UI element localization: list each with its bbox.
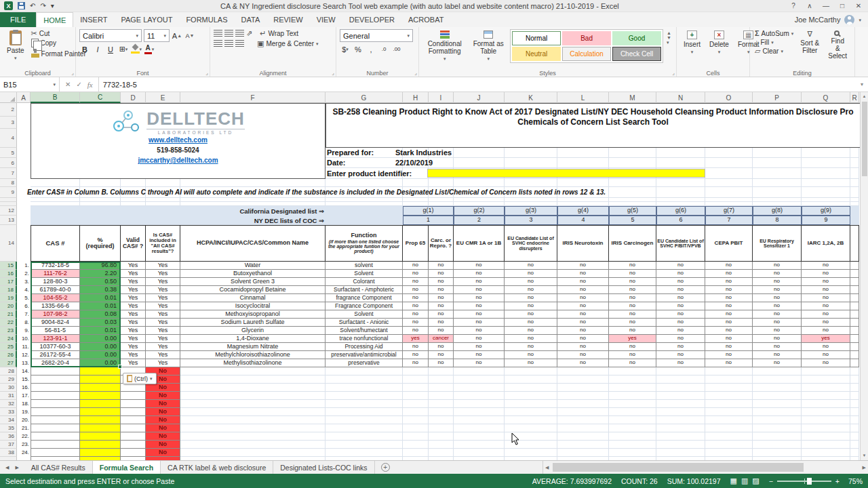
paste-options-button[interactable]: (Ctrl) ▾ — [123, 373, 157, 384]
cell-D32[interactable] — [121, 400, 146, 408]
cell-G17[interactable]: Colorant — [326, 278, 403, 286]
cell-L33[interactable] — [557, 408, 609, 416]
cell-Q18[interactable]: no — [802, 286, 850, 294]
cell-R37[interactable] — [850, 441, 859, 449]
cell-P25[interactable]: no — [753, 343, 802, 351]
cell-R33[interactable] — [850, 408, 859, 416]
cell-O5[interactable] — [705, 148, 753, 158]
cell-M17[interactable]: no — [609, 278, 656, 286]
cell-P29[interactable] — [753, 375, 802, 384]
cell-B21[interactable]: 107-98-2 — [31, 310, 80, 319]
cell-I25[interactable]: no — [429, 343, 454, 351]
find-select-button[interactable]: Find & Select — [825, 29, 850, 61]
cell-P33[interactable] — [753, 408, 802, 416]
cell-B37[interactable] — [31, 441, 80, 449]
cell-G8[interactable] — [326, 179, 403, 187]
horizontal-scroll-thumb[interactable] — [553, 463, 804, 472]
cell-O8[interactable] — [705, 179, 753, 187]
cell-L19[interactable]: no — [557, 294, 609, 302]
select-all-corner[interactable] — [0, 92, 17, 103]
cell-M33[interactable] — [609, 408, 656, 416]
cell-N34[interactable] — [656, 416, 705, 424]
cell-G27[interactable]: preservative — [326, 359, 403, 367]
cell-H37[interactable] — [403, 441, 429, 449]
cell-Q33[interactable] — [802, 408, 850, 416]
cell-Q25[interactable]: no — [802, 343, 850, 351]
minimize-button[interactable]: — — [818, 0, 834, 12]
cell-D26[interactable]: Yes — [121, 351, 146, 359]
cell-M6[interactable] — [609, 158, 656, 168]
cell-N37[interactable] — [656, 441, 705, 449]
cell-K22[interactable]: no — [505, 319, 557, 327]
cell-D8[interactable] — [121, 179, 146, 187]
cell-O32[interactable] — [705, 400, 753, 408]
zoom-level[interactable]: 75% — [844, 477, 863, 485]
fill-color-button[interactable]: ▾ — [131, 43, 142, 55]
cell-B16[interactable]: 111-76-2 — [31, 270, 80, 278]
cell-M16[interactable]: no — [609, 270, 656, 278]
cell-style-check-cell[interactable]: Check Cell — [612, 47, 661, 61]
cell-R21[interactable] — [850, 310, 859, 319]
header-flag-9[interactable]: EU Respiratory Sensitizer 1 — [753, 225, 802, 262]
cell-H16[interactable]: no — [403, 270, 429, 278]
cell-I34[interactable] — [429, 416, 454, 424]
cell-B34[interactable] — [31, 416, 80, 424]
cell-R19[interactable] — [850, 294, 859, 302]
insert-cells-button[interactable]: +Insert▾ — [680, 29, 704, 56]
cell-J16[interactable]: no — [454, 270, 505, 278]
cell-I33[interactable] — [429, 408, 454, 416]
row-header-7[interactable]: 7 — [0, 168, 17, 179]
name-box[interactable]: B15▾ — [0, 77, 60, 92]
column-header-M[interactable]: M — [609, 92, 656, 103]
cell-Q19[interactable]: no — [802, 294, 850, 302]
cell-D27[interactable]: Yes — [121, 359, 146, 367]
row-header-25[interactable]: 25 — [0, 343, 17, 351]
column-header-L[interactable]: L — [557, 92, 609, 103]
cell-F29[interactable] — [180, 375, 326, 384]
cell-M27[interactable]: no — [609, 359, 656, 367]
cell-H36[interactable] — [403, 432, 429, 441]
cell-J35[interactable] — [454, 424, 505, 432]
cancel-entry-icon[interactable]: ✕ — [65, 81, 71, 88]
cell-C18[interactable]: 0.38 — [80, 286, 121, 294]
cell-C38[interactable] — [80, 449, 121, 457]
cell-H23[interactable]: no — [403, 327, 429, 335]
cell-I31[interactable] — [429, 392, 454, 400]
cell-E31[interactable]: No — [146, 392, 180, 400]
next-sheet-icon[interactable]: ▶ — [15, 465, 18, 470]
cell-D38[interactable] — [121, 449, 146, 457]
cell-D16[interactable]: Yes — [121, 270, 146, 278]
cell-H8[interactable] — [403, 179, 429, 187]
cell-F38[interactable] — [180, 449, 326, 457]
cell-R22[interactable] — [850, 319, 859, 327]
cell-P38[interactable] — [753, 449, 802, 457]
header-flag-4[interactable]: EU Candidate List of SVHC endocrine disr… — [505, 225, 557, 262]
cell-D20[interactable]: Yes — [121, 302, 146, 310]
cell-M34[interactable] — [609, 416, 656, 424]
cell-Q30[interactable] — [802, 384, 850, 392]
cell-L37[interactable] — [557, 441, 609, 449]
page-break-view-icon[interactable]: ▨ — [752, 476, 759, 485]
header-flag-3[interactable]: EU CMR 1A or 1B — [454, 225, 505, 262]
excel-app-icon[interactable]: X — [4, 1, 13, 10]
cell-P36[interactable] — [753, 432, 802, 441]
cell-H19[interactable]: no — [403, 294, 429, 302]
cell-I36[interactable] — [429, 432, 454, 441]
cell-J32[interactable] — [454, 400, 505, 408]
cell-I17[interactable]: no — [429, 278, 454, 286]
cell-C28[interactable] — [80, 367, 121, 375]
cell-F24[interactable]: 1,4-Dioxane — [180, 335, 326, 343]
cell-O23[interactable]: no — [705, 327, 753, 335]
cell-R36[interactable] — [850, 432, 859, 441]
cell-L38[interactable] — [557, 449, 609, 457]
cell-N25[interactable]: no — [656, 343, 705, 351]
cell-O9[interactable] — [705, 187, 753, 198]
cell-K24[interactable]: no — [505, 335, 557, 343]
cell-K27[interactable]: no — [505, 359, 557, 367]
cell-I23[interactable]: no — [429, 327, 454, 335]
cell-H33[interactable] — [403, 408, 429, 416]
column-header-D[interactable]: D — [121, 92, 146, 103]
cell-P21[interactable]: no — [753, 310, 802, 319]
alignment-dialog-launcher-icon[interactable]: ⌟ — [332, 70, 334, 76]
cell-J25[interactable]: no — [454, 343, 505, 351]
